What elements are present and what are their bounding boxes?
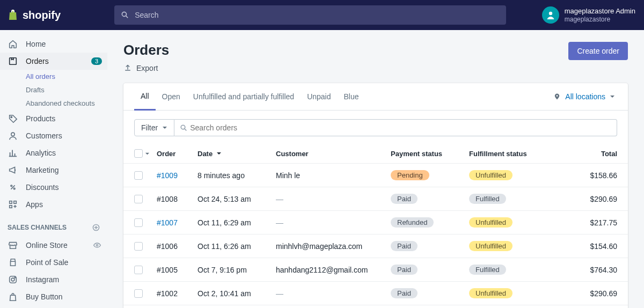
user-icon bbox=[545, 10, 556, 20]
filter-button[interactable]: Filter bbox=[134, 119, 174, 136]
tab-all[interactable]: All bbox=[134, 83, 156, 111]
nav-discounts[interactable]: Discounts bbox=[0, 179, 107, 196]
chevron-down-icon bbox=[162, 125, 167, 130]
order-id[interactable]: #1007 bbox=[157, 218, 197, 227]
chevron-down-icon[interactable] bbox=[145, 151, 150, 156]
subnav-drafts[interactable]: Drafts bbox=[0, 83, 107, 97]
select-all-checkbox[interactable] bbox=[134, 149, 143, 158]
subnav-abandoned[interactable]: Abandoned checkouts bbox=[0, 97, 107, 110]
table-row[interactable]: #1008Oct 24, 5:13 am—PaidFulfilled$290.6… bbox=[123, 187, 628, 211]
nav-customers[interactable]: Customers bbox=[0, 127, 107, 144]
payment-status-badge: Paid bbox=[391, 241, 418, 251]
eye-icon[interactable] bbox=[92, 240, 102, 250]
order-customer: minhlvh@mageplaza.com bbox=[276, 242, 391, 251]
order-date: Oct 11, 6:26 am bbox=[197, 242, 276, 251]
order-customer: — bbox=[276, 289, 391, 298]
row-checkbox[interactable] bbox=[134, 289, 143, 298]
nav-apps[interactable]: Apps bbox=[0, 196, 107, 213]
megaphone-icon bbox=[8, 165, 18, 175]
nav-home[interactable]: Home bbox=[0, 35, 107, 53]
col-fulfillment[interactable]: Fulfillment status bbox=[469, 150, 576, 158]
table-row[interactable]: #10098 minutes agoMinh lePendingUnfulfil… bbox=[123, 164, 628, 187]
tabs: All Open Unfulfilled and partially fulfi… bbox=[123, 83, 628, 111]
nav-label: Marketing bbox=[26, 166, 58, 174]
logo-text: shopify bbox=[23, 9, 61, 21]
nav-buy-button[interactable]: Buy Button bbox=[0, 288, 107, 305]
nav-label: Apps bbox=[26, 200, 43, 209]
global-search[interactable] bbox=[114, 5, 506, 25]
col-total[interactable]: Total bbox=[576, 150, 617, 158]
sort-desc-icon bbox=[216, 151, 222, 156]
fulfillment-status-badge: Unfulfilled bbox=[469, 217, 513, 228]
nav-label: Orders bbox=[26, 57, 49, 65]
sidebar: Home Orders 3 All orders Drafts Abandone… bbox=[0, 30, 107, 308]
fulfillment-status-badge: Unfulfilled bbox=[469, 241, 513, 251]
orders-card: All Open Unfulfilled and partially fulfi… bbox=[123, 83, 628, 308]
nav-marketing[interactable]: Marketing bbox=[0, 162, 107, 179]
location-pin-icon bbox=[553, 93, 561, 100]
export-button[interactable]: Export bbox=[123, 64, 169, 72]
svg-point-2 bbox=[11, 116, 12, 118]
nav-analytics[interactable]: Analytics bbox=[0, 144, 107, 162]
fulfillment-status-badge: Unfulfilled bbox=[469, 288, 513, 298]
nav-label: Discounts bbox=[26, 183, 58, 192]
order-date: Oct 11, 6:29 am bbox=[197, 218, 276, 227]
table-row[interactable]: #1006Oct 11, 6:26 amminhlvh@mageplaza.co… bbox=[123, 234, 628, 258]
shopify-logo[interactable]: shopify bbox=[6, 9, 61, 21]
nav-orders[interactable]: Orders 3 bbox=[0, 53, 107, 70]
locations-dropdown[interactable]: All locations bbox=[553, 92, 617, 101]
order-date: 8 minutes ago bbox=[197, 171, 276, 180]
analytics-icon bbox=[8, 148, 18, 158]
search-orders[interactable] bbox=[174, 119, 617, 136]
order-id: #1005 bbox=[157, 266, 197, 274]
tab-unfulfilled[interactable]: Unfulfilled and partially fulfilled bbox=[187, 84, 301, 109]
add-channel-icon[interactable] bbox=[91, 223, 101, 232]
col-payment[interactable]: Payment status bbox=[391, 150, 469, 158]
svg-rect-8 bbox=[10, 206, 12, 208]
nav-online-store[interactable]: Online Store bbox=[0, 237, 107, 254]
row-checkbox[interactable] bbox=[134, 195, 143, 203]
user-menu[interactable]: mageplazastore Admin mageplazastore bbox=[542, 6, 635, 24]
col-order[interactable]: Order bbox=[157, 150, 197, 158]
avatar bbox=[542, 6, 559, 24]
search-orders-input[interactable] bbox=[188, 120, 611, 136]
store-name: mageplazastore bbox=[565, 16, 635, 23]
order-customer: — bbox=[276, 218, 391, 227]
export-icon bbox=[123, 64, 132, 72]
table-row[interactable]: #1007Oct 11, 6:29 am—RefundedUnfulfilled… bbox=[123, 211, 628, 234]
order-id[interactable]: #1009 bbox=[157, 171, 197, 180]
search-input[interactable] bbox=[135, 11, 500, 19]
payment-status-badge: Refunded bbox=[391, 217, 434, 228]
row-checkbox[interactable] bbox=[134, 266, 143, 274]
row-checkbox[interactable] bbox=[134, 242, 143, 251]
order-date: Oct 2, 10:41 am bbox=[197, 289, 276, 298]
order-date: Oct 24, 5:13 am bbox=[197, 195, 276, 203]
order-id: #1002 bbox=[157, 289, 197, 298]
payment-status-badge: Paid bbox=[391, 265, 418, 275]
export-label: Export bbox=[136, 64, 158, 72]
buy-button-icon bbox=[8, 291, 18, 302]
store-icon bbox=[8, 240, 18, 251]
page-title: Orders bbox=[123, 42, 169, 58]
create-order-button[interactable]: Create order bbox=[568, 42, 628, 60]
locations-label: All locations bbox=[565, 92, 605, 101]
order-customer: Minh le bbox=[276, 171, 391, 180]
tab-blue[interactable]: Blue bbox=[338, 84, 365, 109]
nav-instagram[interactable]: Instagram bbox=[0, 271, 107, 288]
table-row[interactable]: #1001Oct 2, 10:12 amhanhdang2112@gmail.c… bbox=[123, 305, 628, 308]
row-checkbox[interactable] bbox=[134, 171, 143, 180]
payment-status-badge: Pending bbox=[391, 170, 429, 180]
table-row[interactable]: #1005Oct 7, 9:16 pmhanhdang2112@gmail.co… bbox=[123, 258, 628, 282]
row-checkbox[interactable] bbox=[134, 218, 143, 227]
tab-open[interactable]: Open bbox=[156, 84, 187, 109]
nav-products[interactable]: Products bbox=[0, 110, 107, 127]
table-row[interactable]: #1002Oct 2, 10:41 am—PaidUnfulfilled$290… bbox=[123, 282, 628, 305]
tab-unpaid[interactable]: Unpaid bbox=[301, 84, 337, 109]
subnav-all-orders[interactable]: All orders bbox=[0, 70, 107, 83]
order-customer: hanhdang2112@gmail.com bbox=[276, 266, 391, 274]
nav-pos[interactable]: Point of Sale bbox=[0, 254, 107, 271]
pos-icon bbox=[8, 257, 18, 268]
col-date[interactable]: Date bbox=[197, 150, 276, 158]
col-customer[interactable]: Customer bbox=[276, 150, 391, 158]
nav-settings[interactable]: Settings bbox=[0, 305, 107, 308]
